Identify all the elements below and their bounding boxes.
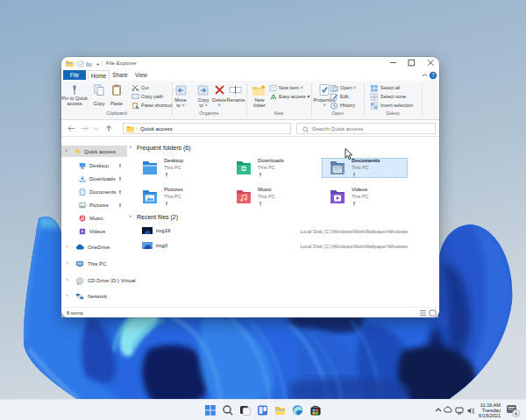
svg-text:?: ? <box>431 72 435 78</box>
